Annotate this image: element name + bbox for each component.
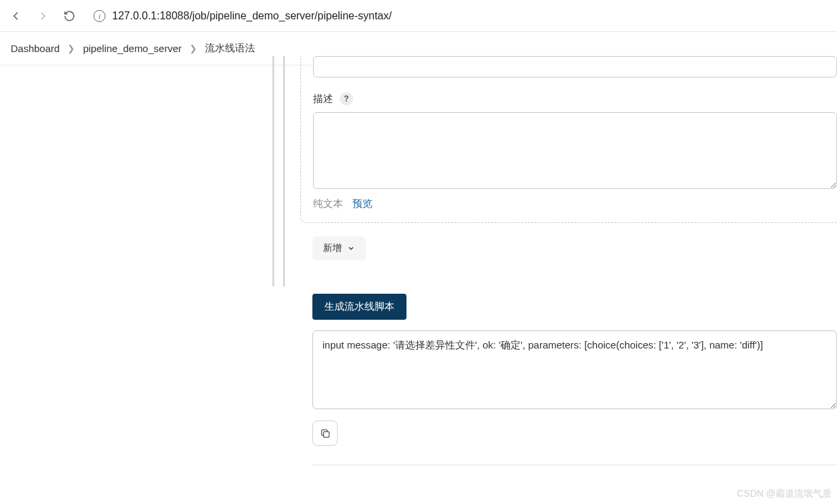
browser-toolbar: i 127.0.0.1:18088/job/pipeline_demo_serv… [0, 0, 837, 32]
main-content: 描述 ? 纯文本 预览 新增 生成流水线脚本 input message: '请… [0, 56, 837, 465]
reload-button[interactable] [59, 5, 80, 27]
forward-button[interactable] [32, 5, 53, 27]
generate-pipeline-script-button[interactable]: 生成流水线脚本 [312, 294, 406, 320]
guide-line [272, 56, 274, 286]
description-label: 描述 [313, 93, 333, 105]
breadcrumb-current[interactable]: 流水线语法 [201, 39, 259, 57]
url-text: 127.0.0.1:18088/job/pipeline_demo_server… [112, 10, 392, 22]
text-mode-switch: 纯文本 预览 [313, 198, 837, 210]
copy-button[interactable] [312, 421, 338, 446]
top-text-input[interactable] [313, 56, 837, 77]
breadcrumb-dashboard[interactable]: Dashboard [7, 40, 63, 57]
help-icon[interactable]: ? [340, 92, 353, 105]
guide-line [283, 56, 285, 286]
copy-icon [320, 428, 331, 439]
chevron-right-icon: ❯ [190, 43, 197, 53]
description-textarea[interactable] [313, 112, 837, 189]
preview-mode[interactable]: 预览 [352, 198, 372, 210]
section-divider [312, 465, 837, 465]
chevron-down-icon [347, 244, 355, 252]
address-bar[interactable]: i 127.0.0.1:18088/job/pipeline_demo_serv… [85, 5, 832, 27]
svg-rect-0 [323, 431, 329, 437]
add-button-label: 新增 [323, 242, 342, 254]
back-button[interactable] [5, 5, 27, 27]
breadcrumb-job[interactable]: pipeline_demo_server [79, 40, 186, 57]
chevron-right-icon: ❯ [67, 43, 75, 53]
add-button[interactable]: 新增 [312, 236, 366, 260]
site-info-icon[interactable]: i [93, 10, 105, 22]
pipeline-script-output[interactable]: input message: '请选择差异性文件', ok: '确定', par… [312, 330, 837, 409]
plain-text-mode[interactable]: 纯文本 [313, 198, 343, 210]
